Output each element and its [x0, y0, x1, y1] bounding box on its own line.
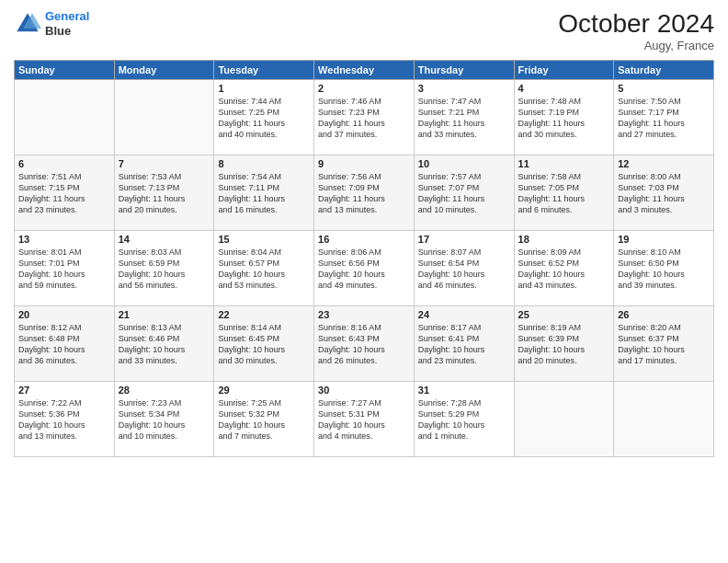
- day-info: Sunrise: 7:56 AM Sunset: 7:09 PM Dayligh…: [318, 171, 410, 216]
- day-number: 14: [119, 234, 210, 245]
- calendar-week-1: 1Sunrise: 7:44 AM Sunset: 7:25 PM Daylig…: [15, 80, 714, 155]
- day-number: 24: [418, 309, 510, 320]
- table-row: 17Sunrise: 8:07 AM Sunset: 6:54 PM Dayli…: [414, 231, 514, 306]
- day-number: 7: [119, 158, 210, 169]
- day-info: Sunrise: 7:46 AM Sunset: 7:23 PM Dayligh…: [318, 96, 410, 141]
- header-friday: Friday: [514, 61, 614, 80]
- day-info: Sunrise: 8:16 AM Sunset: 6:43 PM Dayligh…: [318, 322, 410, 367]
- day-number: 29: [218, 385, 310, 396]
- table-row: 2Sunrise: 7:46 AM Sunset: 7:23 PM Daylig…: [314, 80, 415, 155]
- day-number: 25: [518, 309, 610, 320]
- table-row: 18Sunrise: 8:09 AM Sunset: 6:52 PM Dayli…: [514, 231, 614, 306]
- calendar-week-4: 20Sunrise: 8:12 AM Sunset: 6:48 PM Dayli…: [15, 306, 714, 382]
- day-number: 10: [418, 158, 510, 169]
- header-tuesday: Tuesday: [214, 61, 314, 80]
- header-sunday: Sunday: [15, 61, 115, 80]
- day-number: 30: [318, 385, 410, 396]
- day-number: 9: [318, 158, 410, 169]
- table-row: 15Sunrise: 8:04 AM Sunset: 6:57 PM Dayli…: [214, 231, 314, 306]
- table-row: 10Sunrise: 7:57 AM Sunset: 7:07 PM Dayli…: [414, 155, 514, 231]
- day-number: 31: [418, 385, 510, 396]
- day-info: Sunrise: 8:19 AM Sunset: 6:39 PM Dayligh…: [518, 322, 610, 367]
- day-info: Sunrise: 8:12 AM Sunset: 6:48 PM Dayligh…: [18, 322, 110, 367]
- day-number: 2: [318, 83, 410, 94]
- day-info: Sunrise: 8:00 AM Sunset: 7:03 PM Dayligh…: [618, 171, 710, 216]
- table-row: 12Sunrise: 8:00 AM Sunset: 7:03 PM Dayli…: [614, 155, 714, 231]
- day-info: Sunrise: 8:06 AM Sunset: 6:56 PM Dayligh…: [318, 247, 410, 292]
- day-info: Sunrise: 8:01 AM Sunset: 7:01 PM Dayligh…: [18, 247, 110, 292]
- table-row: 22Sunrise: 8:14 AM Sunset: 6:45 PM Dayli…: [214, 306, 314, 382]
- table-row: 1Sunrise: 7:44 AM Sunset: 7:25 PM Daylig…: [214, 80, 314, 155]
- day-info: Sunrise: 8:07 AM Sunset: 6:54 PM Dayligh…: [418, 247, 510, 292]
- table-row: 31Sunrise: 7:28 AM Sunset: 5:29 PM Dayli…: [414, 382, 514, 457]
- day-info: Sunrise: 8:14 AM Sunset: 6:45 PM Dayligh…: [218, 322, 310, 367]
- day-number: 5: [618, 83, 710, 94]
- day-number: 23: [318, 309, 410, 320]
- table-row: 14Sunrise: 8:03 AM Sunset: 6:59 PM Dayli…: [114, 231, 214, 306]
- table-row: 21Sunrise: 8:13 AM Sunset: 6:46 PM Dayli…: [114, 306, 214, 382]
- day-info: Sunrise: 7:53 AM Sunset: 7:13 PM Dayligh…: [119, 171, 210, 216]
- table-row: 24Sunrise: 8:17 AM Sunset: 6:41 PM Dayli…: [414, 306, 514, 382]
- day-info: Sunrise: 8:10 AM Sunset: 6:50 PM Dayligh…: [618, 247, 710, 292]
- day-number: 3: [418, 83, 510, 94]
- header-saturday: Saturday: [614, 61, 714, 80]
- header-wednesday: Wednesday: [314, 61, 415, 80]
- table-row: 30Sunrise: 7:27 AM Sunset: 5:31 PM Dayli…: [314, 382, 415, 457]
- day-info: Sunrise: 7:48 AM Sunset: 7:19 PM Dayligh…: [518, 96, 610, 141]
- table-row: 19Sunrise: 8:10 AM Sunset: 6:50 PM Dayli…: [614, 231, 714, 306]
- table-row: 23Sunrise: 8:16 AM Sunset: 6:43 PM Dayli…: [314, 306, 415, 382]
- table-row: [15, 80, 115, 155]
- day-info: Sunrise: 7:23 AM Sunset: 5:34 PM Dayligh…: [119, 397, 210, 442]
- day-number: 18: [518, 234, 610, 245]
- day-info: Sunrise: 8:13 AM Sunset: 6:46 PM Dayligh…: [119, 322, 210, 367]
- logo-text: GeneralBlue: [45, 9, 89, 38]
- day-number: 26: [618, 309, 710, 320]
- day-number: 27: [18, 385, 110, 396]
- day-number: 4: [518, 83, 610, 94]
- day-number: 17: [418, 234, 510, 245]
- day-info: Sunrise: 7:54 AM Sunset: 7:11 PM Dayligh…: [218, 171, 310, 216]
- table-row: 25Sunrise: 8:19 AM Sunset: 6:39 PM Dayli…: [514, 306, 614, 382]
- table-row: 29Sunrise: 7:25 AM Sunset: 5:32 PM Dayli…: [214, 382, 314, 457]
- day-number: 15: [218, 234, 310, 245]
- table-row: 7Sunrise: 7:53 AM Sunset: 7:13 PM Daylig…: [114, 155, 214, 231]
- table-row: 16Sunrise: 8:06 AM Sunset: 6:56 PM Dayli…: [314, 231, 415, 306]
- day-info: Sunrise: 8:17 AM Sunset: 6:41 PM Dayligh…: [418, 322, 510, 367]
- table-row: [614, 382, 714, 457]
- day-number: 20: [18, 309, 110, 320]
- table-row: 20Sunrise: 8:12 AM Sunset: 6:48 PM Dayli…: [15, 306, 115, 382]
- table-row: 8Sunrise: 7:54 AM Sunset: 7:11 PM Daylig…: [214, 155, 314, 231]
- calendar-table: Sunday Monday Tuesday Wednesday Thursday…: [14, 60, 714, 457]
- day-info: Sunrise: 8:03 AM Sunset: 6:59 PM Dayligh…: [119, 247, 210, 292]
- day-info: Sunrise: 7:47 AM Sunset: 7:21 PM Dayligh…: [418, 96, 510, 141]
- day-info: Sunrise: 7:22 AM Sunset: 5:36 PM Dayligh…: [18, 397, 110, 442]
- title-area: October 2024 Augy, France: [558, 9, 714, 52]
- table-row: 28Sunrise: 7:23 AM Sunset: 5:34 PM Dayli…: [114, 382, 214, 457]
- day-info: Sunrise: 7:58 AM Sunset: 7:05 PM Dayligh…: [518, 171, 610, 216]
- day-info: Sunrise: 7:44 AM Sunset: 7:25 PM Dayligh…: [218, 96, 310, 141]
- day-number: 21: [119, 309, 210, 320]
- day-number: 12: [618, 158, 710, 169]
- day-info: Sunrise: 8:04 AM Sunset: 6:57 PM Dayligh…: [218, 247, 310, 292]
- calendar-week-5: 27Sunrise: 7:22 AM Sunset: 5:36 PM Dayli…: [15, 382, 714, 457]
- header-monday: Monday: [114, 61, 214, 80]
- logo: GeneralBlue: [14, 9, 89, 38]
- table-row: 5Sunrise: 7:50 AM Sunset: 7:17 PM Daylig…: [614, 80, 714, 155]
- table-row: 26Sunrise: 8:20 AM Sunset: 6:37 PM Dayli…: [614, 306, 714, 382]
- location: Augy, France: [558, 39, 714, 52]
- day-info: Sunrise: 7:51 AM Sunset: 7:15 PM Dayligh…: [18, 171, 110, 216]
- day-number: 19: [618, 234, 710, 245]
- day-number: 6: [18, 158, 110, 169]
- table-row: 3Sunrise: 7:47 AM Sunset: 7:21 PM Daylig…: [414, 80, 514, 155]
- table-row: 9Sunrise: 7:56 AM Sunset: 7:09 PM Daylig…: [314, 155, 415, 231]
- day-number: 22: [218, 309, 310, 320]
- day-info: Sunrise: 7:50 AM Sunset: 7:17 PM Dayligh…: [618, 96, 710, 141]
- table-row: 11Sunrise: 7:58 AM Sunset: 7:05 PM Dayli…: [514, 155, 614, 231]
- table-row: [514, 382, 614, 457]
- calendar-week-3: 13Sunrise: 8:01 AM Sunset: 7:01 PM Dayli…: [15, 231, 714, 306]
- header: GeneralBlue October 2024 Augy, France: [14, 9, 714, 52]
- day-info: Sunrise: 8:09 AM Sunset: 6:52 PM Dayligh…: [518, 247, 610, 292]
- day-info: Sunrise: 7:28 AM Sunset: 5:29 PM Dayligh…: [418, 397, 510, 442]
- day-info: Sunrise: 8:20 AM Sunset: 6:37 PM Dayligh…: [618, 322, 710, 367]
- logo-icon: [14, 10, 41, 38]
